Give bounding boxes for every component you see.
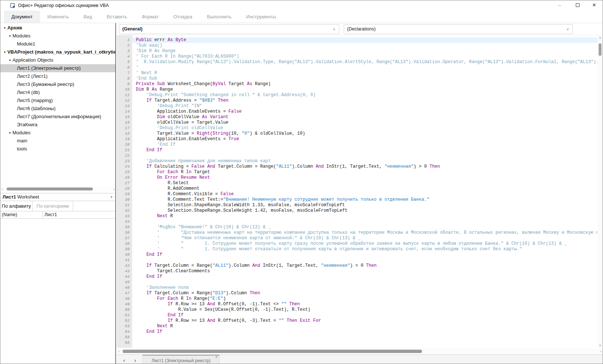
code-line[interactable]: 30 R.Comment.Text Text:="Внимание! Неиме… bbox=[117, 197, 597, 203]
code-line[interactable]: 32 Selection.ShapeRange.ScaleHeight 1.42… bbox=[117, 208, 597, 214]
code-line[interactable]: 1Public errr As Byte bbox=[117, 37, 597, 43]
menu-item-Отладка[interactable]: Отладка bbox=[166, 11, 199, 23]
code-line[interactable]: 10Dim R As Range bbox=[117, 87, 597, 92]
tab-prev-icon[interactable]: ‹ bbox=[120, 355, 129, 364]
code-line[interactable]: 13 'Debug.Print "IN" bbox=[117, 103, 597, 109]
code-line[interactable]: 49 If R.Row >= 13 And R.Offset(0, -1).Te… bbox=[117, 302, 597, 307]
code-line[interactable]: 36 ' "Доставка неименных карт на террито… bbox=[117, 230, 597, 236]
code-line[interactable]: 47 If Target.Column = Range("D13").Colum… bbox=[117, 291, 597, 296]
menu-item-Изменить[interactable]: Изменить bbox=[40, 11, 76, 23]
code-line[interactable]: 3'Dim R As Range bbox=[117, 48, 597, 54]
tab-alphabetic[interactable]: По алфавиту bbox=[0, 201, 33, 211]
code-line[interactable]: 56 bbox=[117, 340, 597, 346]
code-line[interactable]: 39 ' " 1. Сотрудник может отказаться от … bbox=[117, 247, 597, 252]
minimize-button[interactable]: – bbox=[553, 0, 566, 11]
code-line[interactable]: 44 End If bbox=[117, 274, 597, 280]
expander-icon[interactable]: ▼ bbox=[3, 26, 6, 30]
tree-item[interactable]: Лист3 (Бумажный реестр) bbox=[0, 80, 115, 88]
procedure-dropdown[interactable]: (Declarations) ∨ bbox=[344, 24, 573, 34]
tab-next-icon[interactable]: › bbox=[131, 355, 140, 364]
code-line[interactable]: 14 Application.EnableEvents = False bbox=[117, 109, 597, 114]
tree-item[interactable]: ▼Архив bbox=[0, 24, 115, 32]
code-line[interactable]: 52 If R.Row >= 13 And R.Offset(0, -3).Te… bbox=[117, 318, 597, 324]
code-line[interactable]: 6' bbox=[117, 65, 597, 70]
menu-item-Выполнить[interactable]: Выполнить bbox=[200, 11, 239, 23]
tab-categorized[interactable]: По категориям bbox=[33, 201, 73, 211]
vertical-scrollbar[interactable]: ∧ ∨ bbox=[597, 35, 603, 348]
close-tab-icon[interactable]: × bbox=[215, 355, 218, 359]
code-line[interactable]: 33 Next R bbox=[117, 214, 597, 219]
scroll-up-icon[interactable]: ∧ bbox=[597, 36, 603, 40]
code-line[interactable]: 50 R.Value = Sex(UCase(R.Offset(0, -1).T… bbox=[117, 307, 597, 313]
expander-icon[interactable]: ▼ bbox=[8, 59, 11, 62]
expander-icon[interactable]: ▼ bbox=[8, 131, 11, 135]
expander-icon[interactable]: ▼ bbox=[3, 51, 6, 54]
code-line[interactable]: 22 bbox=[117, 153, 597, 159]
code-line[interactable]: 12 If Target.Address = "$H$3" Then bbox=[117, 98, 597, 103]
code-line[interactable]: 7' Next R bbox=[117, 70, 597, 76]
property-value[interactable]: Лист1 bbox=[43, 211, 115, 218]
code-line[interactable]: 29 R.Comment.Visible = False bbox=[117, 192, 597, 197]
code-line[interactable]: 17 'Debug.Print oldCellValue bbox=[117, 125, 597, 131]
property-row[interactable]: (Name) Лист1 bbox=[0, 211, 115, 219]
code-line[interactable]: 35 'MsgBox "Внимание!" & Chr(10) & Chr(1… bbox=[117, 225, 597, 230]
tree-item[interactable]: Лист1 (Электронный реестр) bbox=[0, 64, 115, 72]
code-line[interactable]: 23 'Добавление примечания для неименных … bbox=[117, 159, 597, 164]
tree-item[interactable]: ▼VBAProject (makros_na_vypusk_kart_i_otk… bbox=[0, 48, 115, 56]
code-line[interactable]: 53 Next R bbox=[117, 324, 597, 329]
tree-item[interactable]: Лист4 (db) bbox=[0, 88, 115, 97]
tree-item[interactable]: tools bbox=[0, 145, 115, 153]
code-line[interactable]: 5' R.Validation.Modify Range("AL13").Val… bbox=[117, 59, 597, 65]
tree-item[interactable]: Лист6 (Шаблоны) bbox=[0, 105, 115, 113]
scroll-right-icon[interactable]: › bbox=[113, 186, 115, 192]
code-line[interactable]: 55 bbox=[117, 335, 597, 340]
scroll-right-icon[interactable]: › bbox=[600, 349, 602, 354]
code-line[interactable]: 46 'Заполнение пола bbox=[117, 285, 597, 291]
code-line[interactable]: 40 End If bbox=[117, 252, 597, 258]
code-line[interactable]: 21 End If bbox=[117, 148, 597, 153]
code-line[interactable]: 4' For Each R In Range("AL7033:AL65000") bbox=[117, 54, 597, 59]
code-line[interactable]: 19 Application.EnableEvents = True bbox=[117, 136, 597, 142]
tree-item[interactable]: Module1 bbox=[0, 40, 115, 48]
scroll-left-icon[interactable]: ‹ bbox=[118, 349, 120, 354]
vertical-scrollbar-thumb[interactable] bbox=[599, 43, 602, 56]
code-line[interactable]: 25 For Each R In Target bbox=[117, 170, 597, 175]
menu-item-Инструменты[interactable]: Инструменты bbox=[239, 11, 283, 23]
scroll-down-icon[interactable]: ∨ bbox=[597, 343, 603, 347]
code-line[interactable]: 31 Selection.ShapeRange.ScaleWidth 1.33,… bbox=[117, 203, 597, 208]
object-dropdown[interactable]: (General) ∨ bbox=[119, 24, 339, 34]
expander-icon[interactable]: ▼ bbox=[8, 34, 11, 38]
tree-scrollbar-thumb[interactable] bbox=[7, 188, 93, 190]
menu-item-Документ[interactable]: Документ bbox=[4, 11, 40, 23]
code-line[interactable]: 51 End If bbox=[117, 313, 597, 318]
code-line[interactable]: 42 If Target.Column = Range("AL11").Colu… bbox=[117, 263, 597, 269]
tree-item[interactable]: Лист5 (mapping) bbox=[0, 97, 115, 105]
code-line[interactable]: 16 oldCellValue = Target.Value bbox=[117, 120, 597, 125]
code-line[interactable]: 18 Target.Value = Right(String(10, "0") … bbox=[117, 131, 597, 136]
code-line[interactable]: 48 For Each R In Range("E:E") bbox=[117, 296, 597, 302]
tree-item[interactable]: ▼Modules bbox=[0, 32, 115, 40]
horizontal-scrollbar-thumb[interactable] bbox=[123, 350, 422, 353]
code-line[interactable]: 26 On Error Resume Next bbox=[117, 175, 597, 181]
sheet-tab[interactable]: Лист1 (Электронный реестр) × bbox=[142, 355, 220, 364]
code-line[interactable]: 37 ' "Чем отличается неименная карта от … bbox=[117, 236, 597, 241]
tree-item[interactable]: Лист2 (Лист1) bbox=[0, 72, 115, 80]
maximize-button[interactable] bbox=[571, 0, 584, 11]
menu-item-Вставить[interactable]: Вставить bbox=[100, 11, 134, 23]
close-button[interactable]: × bbox=[588, 0, 600, 11]
tree-horizontal-scrollbar[interactable]: ‹ › bbox=[0, 186, 115, 192]
code-line[interactable]: 27 R.Select bbox=[117, 181, 597, 186]
code-line[interactable]: 43 Target.ClearComments bbox=[117, 269, 597, 274]
code-line[interactable]: 15 Dim oldCellValue As Variant bbox=[117, 114, 597, 120]
horizontal-scrollbar[interactable]: ‹ › bbox=[117, 349, 603, 354]
code-line[interactable]: 28 R.AddComment bbox=[117, 186, 597, 192]
tree-item[interactable]: ▼Application Objects bbox=[0, 56, 115, 64]
tree-item[interactable]: ЭтаКнига bbox=[0, 121, 115, 129]
code-line[interactable]: 38 ' " 1. Сотрудник может получить карту… bbox=[117, 241, 597, 247]
code-line[interactable]: 45 bbox=[117, 280, 597, 285]
code-line[interactable]: 54 End If bbox=[117, 329, 597, 335]
code-line[interactable]: 8'End Sub bbox=[117, 76, 597, 81]
object-selector[interactable]: Лист1 Worksheet ▾ bbox=[0, 193, 115, 201]
tree-item[interactable]: main bbox=[0, 137, 115, 145]
code-line[interactable]: 2'Sub aaa() bbox=[117, 43, 597, 48]
